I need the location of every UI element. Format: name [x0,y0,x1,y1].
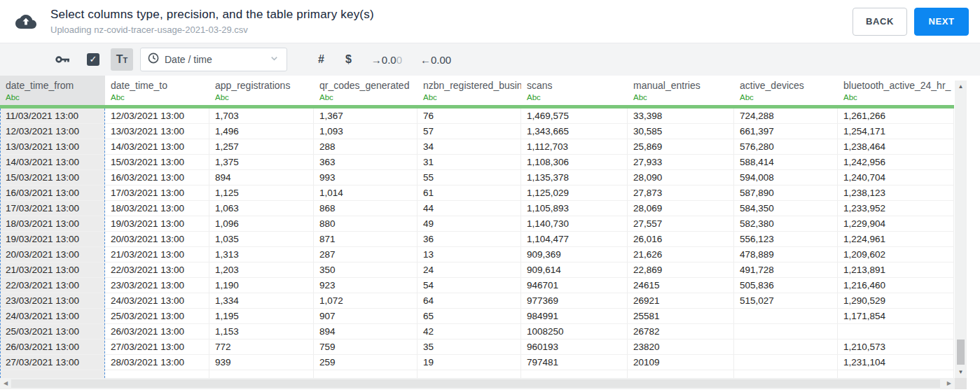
table-cell[interactable]: 26782 [628,324,734,340]
table-cell[interactable]: 923 [314,278,417,293]
table-cell[interactable]: 42 [417,324,521,340]
table-cell[interactable]: 35 [417,340,521,355]
include-column-checkbox[interactable]: ✓ [87,53,99,66]
table-cell[interactable]: 909,369 [521,247,628,262]
table-cell[interactable]: 797481 [521,355,628,370]
column-header-qr_codes_generated[interactable]: qr_codes_generatedAbc [314,76,417,105]
table-cell[interactable]: 13 [417,247,521,262]
table-cell[interactable]: 22,869 [628,262,734,278]
table-cell[interactable]: 880 [314,216,417,232]
table-cell[interactable]: 1,240,704 [838,170,954,186]
table-cell[interactable]: 984991 [521,309,628,324]
table-cell[interactable]: 1,035 [209,232,314,247]
table-cell[interactable]: 1,229,904 [838,216,954,232]
table-cell[interactable]: 587,890 [734,186,838,201]
scroll-left-icon[interactable]: ◀ [4,380,8,386]
table-cell[interactable]: 977369 [521,293,628,309]
column-header-scans[interactable]: scansAbc [521,76,628,105]
table-cell[interactable]: 1,108,306 [521,155,628,170]
table-cell[interactable]: 22/03/2021 13:00 [0,278,105,293]
table-cell[interactable]: 1,224,961 [838,232,954,247]
table-cell[interactable] [314,370,417,378]
horizontal-scrollbar[interactable]: ◀ ▶ [0,378,955,389]
table-cell[interactable]: 556,123 [734,232,838,247]
table-cell[interactable]: 28/03/2021 13:00 [105,355,209,370]
table-cell[interactable]: 16/03/2021 13:00 [0,186,105,201]
table-cell[interactable]: 1,203 [209,262,314,278]
table-cell[interactable]: 24/03/2021 13:00 [105,293,209,309]
numeric-type-button[interactable]: # [318,53,324,66]
table-cell[interactable]: 946701 [521,278,628,293]
table-cell[interactable]: 1,096 [209,216,314,232]
table-cell[interactable] [734,309,838,324]
table-cell[interactable]: 759 [314,340,417,355]
table-cell[interactable]: 23/03/2021 13:00 [0,293,105,309]
table-cell[interactable]: 54 [417,278,521,293]
table-cell[interactable]: 1,190 [209,278,314,293]
table-cell[interactable]: 894 [314,324,417,340]
scroll-up-icon[interactable]: ▲ [955,83,967,90]
table-cell[interactable]: 44 [417,201,521,216]
type-dropdown[interactable]: Date / time [140,48,287,71]
table-cell[interactable]: 18/03/2021 13:00 [105,201,209,216]
table-cell[interactable] [734,370,838,378]
table-cell[interactable]: 1,238,464 [838,139,954,155]
table-cell[interactable]: 907 [314,309,417,324]
table-cell[interactable] [521,370,628,378]
table-cell[interactable]: 1,469,575 [521,108,628,124]
table-cell[interactable]: 1,195 [209,309,314,324]
table-cell[interactable]: 25/03/2021 13:00 [0,324,105,340]
table-cell[interactable]: 17/03/2021 13:00 [0,201,105,216]
table-cell[interactable]: 33,398 [628,108,734,124]
table-cell[interactable]: 12/03/2021 13:00 [0,124,105,139]
table-cell[interactable]: 939 [209,355,314,370]
table-cell[interactable]: 27,873 [628,186,734,201]
table-cell[interactable]: 1,375 [209,155,314,170]
column-header-bluetooth_active_24_hr_[interactable]: bluetooth_active_24_hr_Abc [838,76,954,105]
table-cell[interactable]: 584,350 [734,201,838,216]
table-cell[interactable]: 36 [417,232,521,247]
table-cell[interactable]: 1,210,573 [838,340,954,355]
table-cell[interactable]: 1,072 [314,293,417,309]
table-cell[interactable]: 31 [417,155,521,170]
scroll-right-icon[interactable]: ▶ [947,380,951,386]
table-cell[interactable]: 25/03/2021 13:00 [105,309,209,324]
back-button[interactable]: BACK [853,8,907,36]
table-cell[interactable]: 13/03/2021 13:00 [105,124,209,139]
column-header-active_devices[interactable]: active_devicesAbc [734,76,838,105]
table-cell[interactable]: 24 [417,262,521,278]
table-cell[interactable]: 772 [209,340,314,355]
table-cell[interactable]: 76 [417,108,521,124]
table-cell[interactable]: 49 [417,216,521,232]
table-cell[interactable]: 1,140,730 [521,216,628,232]
table-cell[interactable]: 576,280 [734,139,838,155]
table-cell[interactable]: 19/03/2021 13:00 [0,232,105,247]
table-cell[interactable]: 65 [417,309,521,324]
table-cell[interactable]: 1,125,029 [521,186,628,201]
vertical-scroll-thumb[interactable] [957,340,965,365]
table-cell[interactable]: 30,585 [628,124,734,139]
table-cell[interactable]: 1,261,266 [838,108,954,124]
table-cell[interactable]: 20109 [628,355,734,370]
table-cell[interactable]: 26,016 [628,232,734,247]
table-cell[interactable]: 27,557 [628,216,734,232]
table-cell[interactable]: 1,290,529 [838,293,954,309]
table-cell[interactable]: 21,626 [628,247,734,262]
table-cell[interactable]: 14/03/2021 13:00 [105,139,209,155]
decrease-precision-button[interactable]: ←0.00 [420,54,451,66]
scroll-down-icon[interactable]: ▼ [955,369,967,375]
table-cell[interactable]: 27,933 [628,155,734,170]
table-cell[interactable]: 350 [314,262,417,278]
table-cell[interactable]: 287 [314,247,417,262]
table-cell[interactable] [838,370,954,378]
table-cell[interactable] [734,355,838,370]
column-header-date_time_to[interactable]: date_time_toAbc [105,76,209,105]
table-cell[interactable]: 1,238,123 [838,186,954,201]
table-cell[interactable] [417,370,521,378]
table-cell[interactable]: 20/03/2021 13:00 [0,247,105,262]
table-cell[interactable]: 1,216,460 [838,278,954,293]
table-cell[interactable]: 1,343,665 [521,124,628,139]
table-cell[interactable]: 17/03/2021 13:00 [105,186,209,201]
table-cell[interactable]: 21/03/2021 13:00 [0,262,105,278]
increase-precision-button[interactable]: →0.00 [371,54,402,66]
